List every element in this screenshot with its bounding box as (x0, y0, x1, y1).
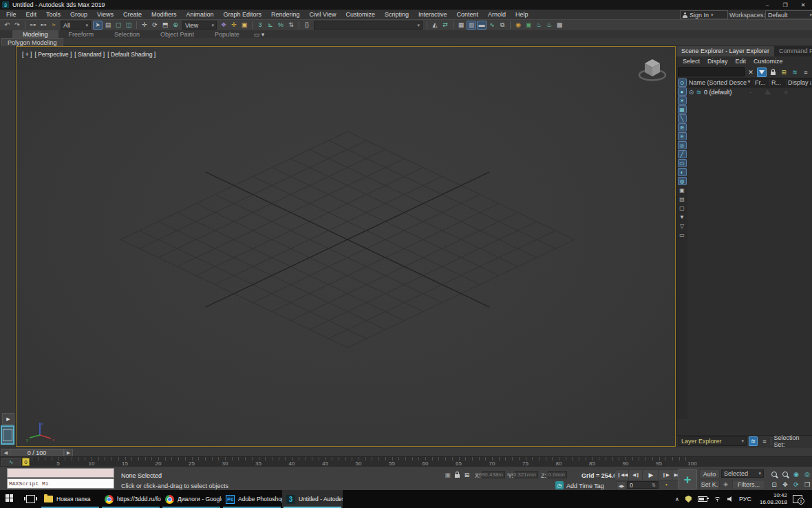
task-view-icon[interactable] (26, 495, 35, 503)
menu-civil-view[interactable]: Civil View (305, 11, 341, 18)
menu-edit[interactable]: Edit (21, 11, 42, 18)
redo-icon[interactable]: ↷ (12, 21, 22, 30)
select-and-scale-icon[interactable]: ⬒ (160, 21, 170, 30)
layer-name[interactable]: 0 (default) (703, 89, 747, 96)
sort-mode-hierarchy-icon[interactable]: ▣ (678, 186, 687, 194)
spinner-snap-toggle-icon[interactable]: ⇅ (286, 21, 296, 30)
time-configuration-icon[interactable]: ◔ (661, 480, 670, 489)
menu-views[interactable]: Views (92, 11, 118, 18)
toggle-scene-explorer-icon[interactable]: ▦ (456, 21, 466, 30)
menu-content[interactable]: Content (451, 11, 483, 18)
select-and-manipulate-icon[interactable]: ✛ (229, 21, 239, 30)
explorer-menu-edit[interactable]: Edit (732, 58, 750, 65)
display-bones-icon[interactable]: ╱ (678, 150, 687, 158)
rendered-frame-window-icon[interactable]: ♨ (534, 21, 544, 30)
battery-icon[interactable] (698, 496, 707, 502)
menu-modifiers[interactable]: Modifiers (147, 11, 182, 18)
filter-toggle-icon[interactable] (757, 67, 767, 77)
ribbon-tab-modeling[interactable]: Modeling (12, 30, 58, 38)
column-name[interactable]: Name (Sorted Descending)▼ (687, 79, 754, 86)
display-cameras-icon[interactable]: ▦ (678, 105, 687, 114)
display-cell-icon[interactable]: ○ (782, 89, 790, 96)
ribbon-flyout-icon[interactable]: ▭ ▾ (250, 30, 269, 38)
render-flyout-icon[interactable]: ▩ (555, 21, 564, 30)
current-frame-marker[interactable]: 0 (22, 458, 30, 466)
align-icon[interactable]: ⇄ (440, 21, 450, 30)
render-production-icon[interactable]: ♨ (544, 21, 554, 30)
maxscript-macro-line[interactable] (7, 468, 114, 478)
maximize-viewport-toggle-icon[interactable]: ❒ (802, 480, 812, 489)
column-frozen[interactable]: Fr... (754, 79, 770, 86)
absolute-mode-icon[interactable]: ⊞ (462, 470, 471, 479)
set-key-button[interactable]: Set K. (699, 480, 720, 489)
zoom-extents-all-icon[interactable]: ◎ (802, 469, 812, 478)
viewport-shading-menu[interactable]: [ Default Shading ] (107, 51, 156, 58)
selection-set-dropdown[interactable]: Selected ▾ (721, 469, 764, 478)
viewport-general-menu[interactable]: [ + ] (22, 51, 32, 58)
explorer-menu-select[interactable]: Select (679, 58, 703, 65)
toggle-ribbon-icon[interactable]: ▬ (477, 21, 487, 30)
isolate-selection-icon[interactable]: ▣ (443, 470, 452, 479)
zoom-region-icon[interactable]: ⊡ (769, 480, 779, 489)
workspace-dropdown[interactable]: Default ▾ (765, 10, 812, 19)
layer-explorer-mode-icon[interactable]: ≋ (749, 436, 758, 446)
display-particles-icon[interactable]: ✳ (678, 132, 687, 140)
sign-in-button[interactable]: Sign In ▾ (680, 10, 728, 19)
track-bar[interactable]: ∿ 51015202530354045505560657075808590951… (0, 456, 812, 466)
key-filters-button[interactable]: Filters... (732, 480, 765, 489)
speaker-icon[interactable] (727, 496, 733, 502)
menu-graph-editors[interactable]: Graph Editors (218, 11, 266, 18)
bind-to-space-warp-icon[interactable]: ≈ (49, 21, 58, 30)
menu-interactive[interactable]: Interactive (414, 11, 452, 18)
edit-named-selection-sets-icon[interactable]: {} (302, 21, 312, 30)
display-lights-icon[interactable]: ☀ (678, 96, 687, 105)
language-indicator[interactable]: РУС (739, 496, 751, 502)
pan-icon[interactable]: ✥ (780, 480, 790, 489)
menu-rendering[interactable]: Rendering (266, 11, 305, 18)
layer-row[interactable]: ⊙ ≋ 0 (default) · ♨ ○ (687, 87, 812, 96)
create-new-layer-icon[interactable]: ⊞ (779, 67, 789, 77)
sort-mode-flat-icon[interactable]: ▢ (678, 204, 687, 212)
tray-chevron-icon[interactable]: ∧ (675, 496, 679, 502)
menu-help[interactable]: Help (511, 11, 533, 18)
folder-view-icon[interactable]: ▭ (678, 231, 687, 239)
explorer-menu-display[interactable]: Display (704, 58, 731, 65)
clear-search-icon[interactable]: ✕ (746, 67, 756, 77)
start-button-icon[interactable] (6, 494, 13, 502)
frozen-cell-icon[interactable]: · (747, 89, 754, 96)
angle-snap-toggle-icon[interactable]: ⊾ (266, 21, 275, 30)
percent-snap-toggle-icon[interactable]: % (276, 21, 286, 30)
column-render[interactable]: R... (770, 79, 787, 86)
display-containers-icon[interactable]: ▭ (678, 159, 687, 167)
select-and-place-icon[interactable]: ⊕ (171, 21, 180, 30)
minimize-button[interactable]: – (758, 0, 776, 10)
display-spacewarps-icon[interactable]: ≋ (678, 123, 687, 131)
sort-mode-layers-icon[interactable]: ▤ (678, 195, 687, 203)
taskbar-item-explorer-folder[interactable]: Новая папка (40, 490, 100, 508)
display-materials-icon[interactable]: ◐ (678, 168, 687, 176)
zoom-all-icon[interactable] (780, 469, 790, 478)
search-input[interactable] (678, 67, 745, 76)
restore-button[interactable]: ❐ (776, 0, 794, 10)
orbit-icon[interactable]: ⟳ (791, 480, 801, 489)
unlink-selection-icon[interactable]: ⊷ (39, 21, 48, 30)
schematic-view-icon[interactable]: ⧉ (498, 21, 507, 30)
select-and-rotate-icon[interactable]: ⟳ (150, 21, 160, 30)
taskbar-item-3dsmax[interactable]: 3Untitled - Autodesk... (282, 490, 343, 508)
taskbar-item-photoshop[interactable]: PsAdobe Photoshop ... (222, 490, 282, 508)
layer-list-icon[interactable]: ≡ (760, 436, 769, 446)
tab-scene-explorer[interactable]: Scene Explorer - Layer Explorer (676, 46, 774, 56)
clock[interactable]: 10:42 16.08.2018 (760, 492, 787, 506)
ribbon-tab-selection[interactable]: Selection (104, 30, 150, 38)
viewport-layout-tab[interactable] (1, 425, 14, 445)
eye-icon[interactable]: ⊙ (687, 89, 695, 96)
menu-arnold[interactable]: Arnold (483, 11, 511, 18)
display-groups-icon[interactable]: ◍ (678, 177, 687, 185)
explorer-menu-customize[interactable]: Customize (750, 58, 787, 65)
zoom-icon[interactable] (769, 469, 779, 478)
use-pivot-point-center-icon[interactable]: ❖ (219, 21, 228, 30)
explorer-type-dropdown[interactable]: Layer Explorer ▾ (679, 436, 747, 446)
select-and-link-icon[interactable]: ⊶ (28, 21, 38, 30)
tab-command-panel[interactable]: Command Panel (774, 46, 812, 56)
display-helpers-icon[interactable]: ◎ (678, 141, 687, 149)
